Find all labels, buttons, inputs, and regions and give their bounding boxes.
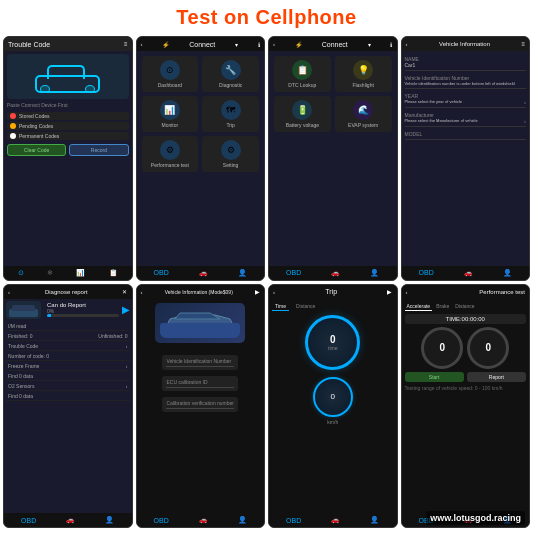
footer6-car[interactable]: 🚗 [199, 516, 208, 524]
footer4-car[interactable]: 🚗 [464, 269, 473, 277]
performance-menu-item[interactable]: ⚙ Performance test [142, 136, 199, 172]
footer5-user[interactable]: 👤 [105, 516, 114, 524]
clear-code-button[interactable]: Clear Code [7, 144, 66, 156]
trouble-code-item[interactable]: Trouble Code › [6, 342, 130, 351]
info-icon[interactable]: ℹ [258, 41, 260, 48]
play-icon6[interactable]: ▶ [255, 288, 260, 295]
dropdown-icon3[interactable]: ▾ [368, 41, 371, 48]
find0-item2: Find 0 data [6, 392, 130, 401]
back-icon3[interactable]: ‹ [273, 41, 275, 47]
stored-codes-item[interactable]: Stored Codes [7, 112, 129, 120]
perf-gauges: 0 0 [405, 327, 527, 369]
stored-codes-label: Stored Codes [19, 113, 50, 119]
play-icon5[interactable]: ▶ [122, 304, 130, 315]
perf-gauge-1: 0 [421, 327, 463, 369]
footer5-car[interactable]: 🚗 [66, 516, 75, 524]
footer4-user[interactable]: 👤 [503, 269, 512, 277]
paste-text: Paste Connect Device First [7, 102, 129, 108]
diagnostic-icon: 🔧 [221, 60, 241, 80]
screen-trip: ‹ Trip ▶ Time Distance 0 time 0 [268, 284, 398, 529]
screen4-header: ‹ Vehicle Information ≡ [402, 37, 530, 51]
back-icon[interactable]: ‹ [141, 41, 143, 47]
dropdown-icon[interactable]: ▾ [235, 41, 238, 48]
o2-sensors-item[interactable]: O2 Sensors › [6, 382, 130, 391]
screen2-header: ‹ ⚡ Connect ▾ ℹ [137, 37, 265, 51]
screen3-footer: OBD 🚗 👤 [269, 266, 397, 280]
screen4-body: NAME Car1 Vehicle Identification Number … [402, 51, 530, 266]
o2-sensors-label: O2 Sensors [8, 383, 34, 389]
footer5-obd[interactable]: OBD [21, 517, 36, 524]
close-icon5[interactable]: ✕ [122, 288, 127, 295]
start-button[interactable]: Start [405, 372, 464, 382]
back-icon5[interactable]: ‹ [8, 289, 10, 295]
trip-menu-item[interactable]: 🗺 Trip [202, 96, 259, 132]
back-icon4[interactable]: ‹ [406, 41, 408, 47]
main-menu-grid: ⊙ Dashboard 🔧 Diagnostic 📊 Monitor 🗺 Tri… [140, 54, 262, 174]
connect-label3: Connect [322, 41, 348, 48]
diagnostic-menu-item[interactable]: 🔧 Diagnostic [202, 56, 259, 92]
flashlight-item[interactable]: 💡 Flashlight [335, 56, 392, 92]
im-read-item: I/M read [6, 322, 130, 331]
footer-live-data[interactable]: 📊 [76, 269, 85, 277]
tab-brake[interactable]: Brake [434, 302, 451, 311]
tab-distance[interactable]: Distance [293, 302, 318, 311]
footer7-user[interactable]: 👤 [370, 516, 379, 524]
dashboard-menu-item[interactable]: ⊙ Dashboard [142, 56, 199, 92]
footer7-car[interactable]: 🚗 [331, 516, 340, 524]
tab-time[interactable]: Time [272, 302, 289, 311]
dtc-lookup-item[interactable]: 📋 DTC Lookup [274, 56, 331, 92]
setting-menu-item[interactable]: ⚙ Setting [202, 136, 259, 172]
vin-value: Vehicle identification number is under b… [405, 81, 527, 86]
footer-report[interactable]: 📋 [109, 269, 118, 277]
tab-accelerate[interactable]: Accelerate [405, 302, 433, 311]
year-field[interactable]: YEAR Please select the year of vehicle › [405, 91, 527, 108]
footer6-obd[interactable]: OBD [154, 517, 169, 524]
report-button[interactable]: Report [467, 372, 526, 382]
screen8-body: Accelerate Brake Distance TIME:00:00:00 … [402, 299, 530, 514]
battery-voltage-item[interactable]: 🔋 Battery voltage [274, 96, 331, 132]
footer-trouble-code[interactable]: ⊙ [18, 269, 24, 277]
back-icon7[interactable]: ‹ [273, 289, 275, 295]
footer4-obd[interactable]: OBD [419, 269, 434, 276]
footer2-obd[interactable]: OBD [154, 269, 169, 276]
vin-number-field: Vehicle Identification Number [162, 355, 238, 370]
tab-distance[interactable]: Distance [453, 302, 476, 311]
vin-line1 [166, 366, 234, 367]
screen1-header: Trouble Code ≡ [4, 37, 132, 51]
model-label: MODEL [405, 131, 527, 137]
trouble-code-diag-label: Trouble Code [8, 343, 38, 349]
manufacturer-field[interactable]: Manufacturer Please select the Manufactu… [405, 110, 527, 127]
trip-tabs: Time Distance [272, 302, 394, 311]
record-button[interactable]: Record [69, 144, 128, 156]
pending-codes-label: Pending Codes [19, 123, 53, 129]
info-icon3[interactable]: ℹ [390, 41, 392, 48]
back-icon8[interactable]: ‹ [406, 289, 408, 295]
footer3-user[interactable]: 👤 [370, 269, 379, 277]
back-icon6[interactable]: ‹ [141, 289, 143, 295]
pending-codes-item[interactable]: Pending Codes [7, 122, 129, 130]
trip-title: Trip [325, 288, 337, 295]
freeze-frame-item[interactable]: Freeze Frame › [6, 362, 130, 371]
o2-sensors-arrow: › [126, 383, 128, 389]
footer2-user[interactable]: 👤 [238, 269, 247, 277]
menu-icon4[interactable]: ≡ [521, 41, 525, 47]
vehicle-info-title: Vehicle Information [439, 41, 490, 47]
footer7-obd[interactable]: OBD [286, 517, 301, 524]
screen6-body: Vehicle Identification Number ECU calibr… [137, 299, 265, 514]
footer6-user[interactable]: 👤 [238, 516, 247, 524]
footer3-obd[interactable]: OBD [286, 269, 301, 276]
progress-fill [47, 314, 51, 317]
find0-label1: Find 0 data [8, 373, 33, 379]
finished-label: Finished: 0 [8, 333, 32, 339]
screen-vehicle-info: ‹ Vehicle Information ≡ NAME Car1 Vehicl… [401, 36, 531, 281]
evap-system-item[interactable]: 🌊 EVAP system [335, 96, 392, 132]
monitor-menu-item[interactable]: 📊 Monitor [142, 96, 199, 132]
footer2-car[interactable]: 🚗 [199, 269, 208, 277]
screenshot-grid: Trouble Code ≡ Paste Connect Device Firs… [0, 33, 533, 531]
footer-freeze-frame[interactable]: ❄ [47, 269, 53, 277]
connect-label: Connect [189, 41, 215, 48]
permanent-codes-item[interactable]: Permanent Codes [7, 132, 129, 140]
diagnose-list: I/M read Finished: 0 Unfinished: 0 Troub… [6, 322, 130, 401]
footer3-car[interactable]: 🚗 [331, 269, 340, 277]
play-icon7[interactable]: ▶ [387, 288, 392, 295]
